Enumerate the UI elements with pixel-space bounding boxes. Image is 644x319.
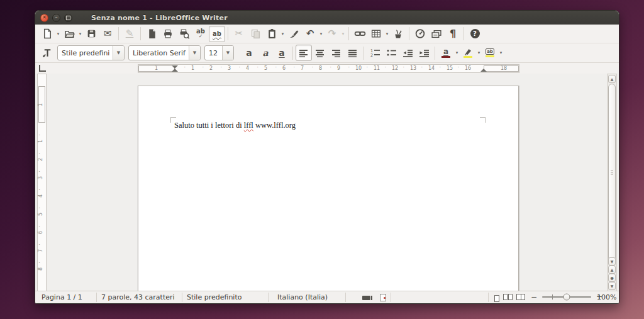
redo-dropdown-arrow[interactable]: ▾ xyxy=(340,31,346,36)
background-color-dropdown-arrow[interactable]: ▾ xyxy=(498,50,504,55)
styles-and-formatting-button[interactable] xyxy=(39,45,55,61)
font-color-dropdown-arrow[interactable]: ▾ xyxy=(454,50,460,55)
undo-dropdown-arrow[interactable]: ▾ xyxy=(318,31,324,36)
scrollbar-thumb[interactable] xyxy=(608,84,616,261)
increase-indent-button[interactable] xyxy=(416,45,432,61)
word-count-field[interactable]: 7 parole, 43 caratteri xyxy=(101,293,175,301)
highlight-dropdown-arrow[interactable]: ▾ xyxy=(476,50,482,55)
draw-functions-icon xyxy=(392,28,404,39)
redo-button[interactable]: ↷ xyxy=(324,26,340,42)
auto-spellcheck-button[interactable]: ab xyxy=(209,26,225,42)
minimize-button[interactable]: – xyxy=(52,14,60,22)
view-layout-buttons xyxy=(494,294,525,302)
window-title: Senza nome 1 - LibreOffice Writer xyxy=(91,14,228,22)
decrease-indent-button[interactable] xyxy=(399,45,416,61)
paste-dropdown-arrow[interactable]: ▾ xyxy=(280,31,286,36)
language-field[interactable]: Italiano (Italia) xyxy=(277,293,328,301)
save-icon xyxy=(86,28,97,39)
table-dropdown-arrow[interactable]: ▾ xyxy=(384,31,390,36)
titlebar[interactable]: ✕ – Senza nome 1 - LibreOffice Writer xyxy=(35,11,619,25)
spelling-button[interactable]: ab✓ xyxy=(192,26,209,42)
next-page-button[interactable]: ▼ xyxy=(608,282,616,290)
align-left-icon xyxy=(299,49,309,57)
hyperlink-button[interactable] xyxy=(352,26,368,42)
maximize-button[interactable] xyxy=(64,14,72,22)
paragraph-style-combobox[interactable]: Stile predefini ▼ xyxy=(57,45,125,60)
right-indent-marker[interactable] xyxy=(480,69,487,72)
single-page-view-icon[interactable] xyxy=(494,295,499,302)
ordered-list-icon: 12 xyxy=(370,48,380,57)
left-indent-marker[interactable] xyxy=(172,69,178,72)
zoom-level-field[interactable]: 100% xyxy=(597,293,616,301)
bold-button[interactable]: a xyxy=(241,45,257,61)
document-workspace: 1 1·2·3·4·5·6·7·8· Saluto tutti i lettor… xyxy=(35,74,619,291)
highlight-color-button[interactable] xyxy=(460,45,476,61)
undo-button[interactable]: ↶ xyxy=(302,26,318,42)
edit-mode-button[interactable]: ✎ xyxy=(121,26,138,42)
misspelled-word: lffl xyxy=(244,121,253,130)
underline-icon: a xyxy=(279,48,284,57)
email-button[interactable]: ✉ xyxy=(99,26,116,42)
print-preview-button[interactable] xyxy=(176,26,192,42)
help-button[interactable]: ? xyxy=(467,26,483,42)
scroll-down-button[interactable]: ▼ xyxy=(608,257,616,266)
scroll-up-button[interactable]: ▲ xyxy=(608,75,616,83)
unordered-list-button[interactable] xyxy=(383,45,399,61)
book-view-icon[interactable] xyxy=(516,294,525,302)
italic-icon: a xyxy=(262,48,268,57)
auto-spellcheck-icon: ab xyxy=(213,31,221,37)
insert-table-button[interactable] xyxy=(368,26,384,42)
paragraph-style-dropdown-arrow[interactable]: ▼ xyxy=(113,46,124,60)
document-page[interactable]: Saluto tutti i lettori di lffl www.lffl.… xyxy=(138,86,519,291)
paste-button[interactable] xyxy=(264,26,280,42)
zoom-slider-handle[interactable] xyxy=(564,294,570,301)
font-color-button[interactable]: a xyxy=(438,45,454,61)
justify-button[interactable] xyxy=(345,45,361,61)
previous-page-button[interactable]: ▲ xyxy=(608,266,616,274)
font-name-combobox[interactable]: Liberation Serif ▼ xyxy=(128,45,201,60)
clone-formatting-button[interactable] xyxy=(286,26,302,42)
vertical-ruler[interactable]: 1 1·2·3·4·5·6·7·8· xyxy=(37,74,47,291)
horizontal-ruler[interactable]: 1 18 1·2·3·4·5·6·7·8·9·10·11·12·13·14·15… xyxy=(138,64,519,73)
navigator-button[interactable] xyxy=(412,26,428,42)
page-style-field[interactable]: Stile predefinito xyxy=(187,293,242,301)
draw-functions-button[interactable] xyxy=(390,26,406,42)
open-dropdown-arrow[interactable]: ▾ xyxy=(77,31,83,36)
zoom-slider[interactable] xyxy=(542,296,591,298)
underline-button[interactable]: a xyxy=(274,45,290,61)
page-number-field[interactable]: Pagina 1 / 1 xyxy=(42,293,82,301)
new-document-button[interactable] xyxy=(39,26,55,42)
zoom-controls: − + xyxy=(531,293,602,301)
zoom-out-button[interactable]: − xyxy=(531,293,537,301)
new-dropdown-arrow[interactable]: ▾ xyxy=(55,31,61,36)
navigate-by-button[interactable]: ● xyxy=(608,274,616,282)
font-size-dropdown-arrow[interactable]: ▼ xyxy=(222,46,233,60)
align-left-button[interactable] xyxy=(296,45,312,61)
formatting-marks-button[interactable]: ¶ xyxy=(445,26,461,42)
open-button[interactable] xyxy=(61,26,77,42)
background-color-button[interactable]: ab xyxy=(482,45,498,61)
cut-button[interactable]: ✂ xyxy=(231,26,247,42)
justify-icon xyxy=(348,49,358,57)
copy-button[interactable] xyxy=(247,26,264,42)
align-center-button[interactable] xyxy=(312,45,328,61)
highlight-icon xyxy=(464,48,472,58)
print-button[interactable] xyxy=(160,26,176,42)
align-right-button[interactable] xyxy=(328,45,345,61)
save-button[interactable] xyxy=(83,26,99,42)
font-name-dropdown-arrow[interactable]: ▼ xyxy=(189,46,200,60)
font-size-combobox[interactable]: 12 ▼ xyxy=(204,45,234,60)
ordered-list-button[interactable]: 12 xyxy=(367,45,383,61)
standard-toolbar: ▾ ▾ ✉ ✎ ab✓ ab ✂ ▾ xyxy=(35,25,619,43)
multi-page-view-icon[interactable] xyxy=(503,294,513,302)
pilcrow-icon: ¶ xyxy=(450,29,456,39)
gallery-button[interactable] xyxy=(428,26,445,42)
italic-button[interactable]: a xyxy=(257,45,274,61)
vertical-scrollbar[interactable]: ▲ ▼ ▲ ● ▼ xyxy=(607,74,617,291)
tab-stop-selector-icon[interactable] xyxy=(39,65,46,72)
insert-mode-icon[interactable] xyxy=(362,296,370,300)
export-pdf-button[interactable] xyxy=(143,26,160,42)
copy-icon xyxy=(250,28,261,39)
selection-mode-icon[interactable] xyxy=(380,294,386,301)
close-button[interactable]: ✕ xyxy=(40,14,48,22)
